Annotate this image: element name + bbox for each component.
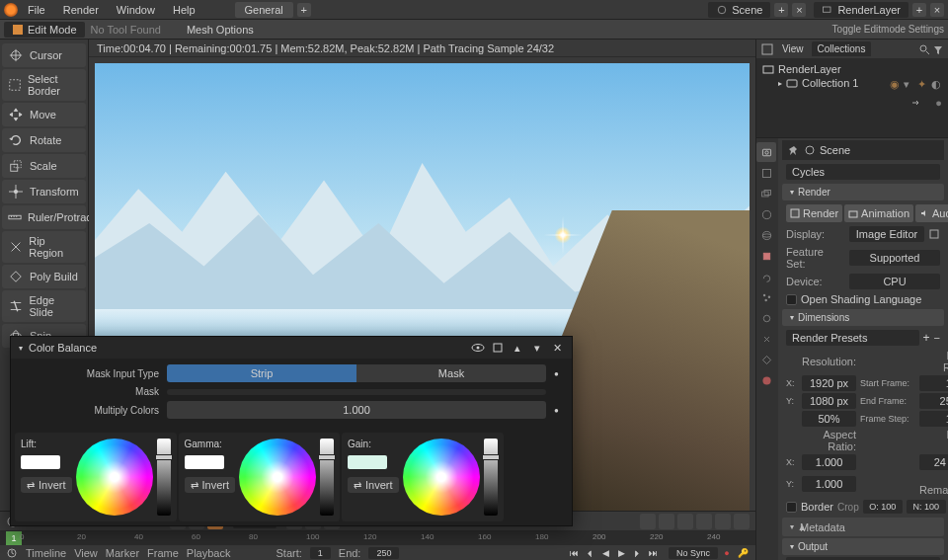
- outliner-tab-collections[interactable]: Collections: [812, 41, 872, 56]
- tree-renderlayer[interactable]: RenderLayer: [762, 62, 942, 76]
- eye-icon[interactable]: [471, 341, 485, 355]
- gamma-swatch[interactable]: [185, 455, 224, 469]
- gain-value-slider[interactable]: [484, 439, 498, 516]
- fps-field[interactable]: 24 fps: [919, 454, 948, 470]
- tl-marker[interactable]: Marker: [106, 547, 139, 559]
- jump-end-icon[interactable]: ⏭: [647, 546, 661, 560]
- arrow-icon[interactable]: [910, 98, 921, 109]
- mode-selector[interactable]: Edit Mode: [4, 22, 85, 38]
- aspect-y-field[interactable]: 1.000: [802, 476, 856, 492]
- section-dimensions[interactable]: Dimensions: [782, 309, 944, 326]
- lift-invert-button[interactable]: ⇄Invert: [21, 477, 72, 493]
- overlay-icon-4[interactable]: [696, 514, 712, 529]
- search-icon[interactable]: [918, 43, 930, 55]
- mask-selector[interactable]: [167, 389, 546, 395]
- prop-tab-viewlayer[interactable]: [756, 184, 776, 203]
- section-render[interactable]: Render: [782, 184, 944, 200]
- anim-dot-icon[interactable]: ●: [554, 406, 562, 415]
- workspace-add-button[interactable]: +: [297, 3, 311, 17]
- tl-frame[interactable]: Frame: [147, 547, 179, 559]
- pin-icon[interactable]: [788, 144, 800, 156]
- scene-add-button[interactable]: +: [774, 3, 788, 17]
- end-field[interactable]: 250: [368, 547, 399, 559]
- prop-tab-scene[interactable]: [756, 204, 776, 224]
- chevron-right-icon[interactable]: ▸: [778, 79, 782, 88]
- end-frame-field[interactable]: 250: [919, 393, 948, 409]
- osl-checkbox[interactable]: Open Shading Language: [782, 291, 944, 307]
- mask-type-strip[interactable]: Strip: [167, 364, 356, 382]
- multiply-field[interactable]: 1.000: [167, 401, 546, 419]
- device-selector[interactable]: CPU: [849, 274, 940, 289]
- holdout-icon[interactable]: ◐: [931, 78, 942, 89]
- prop-tab-particles[interactable]: [756, 287, 776, 307]
- render-presets[interactable]: Render Presets: [786, 330, 919, 346]
- animation-button[interactable]: Animation: [844, 204, 913, 222]
- mute-icon[interactable]: [491, 341, 505, 355]
- feature-selector[interactable]: Supported: [849, 250, 940, 266]
- renderlayer-add-button[interactable]: +: [912, 3, 926, 17]
- menu-window[interactable]: Window: [109, 2, 163, 18]
- tool-scale[interactable]: Scale: [2, 154, 86, 178]
- lift-value-slider[interactable]: [157, 439, 171, 516]
- overlay-icon-1[interactable]: [640, 514, 656, 529]
- outliner-editor-icon[interactable]: [760, 42, 774, 56]
- prop-tab-output[interactable]: [756, 163, 776, 183]
- selectable-icon[interactable]: ▾: [904, 78, 914, 89]
- tool-ruler[interactable]: Ruler/Protrac...: [2, 205, 86, 229]
- gamma-invert-button[interactable]: ⇄Invert: [185, 477, 236, 493]
- tl-timeline[interactable]: Timeline: [26, 547, 66, 559]
- gamma-value-slider[interactable]: [320, 439, 334, 516]
- prop-tab-material[interactable]: [756, 370, 776, 390]
- prop-tab-world[interactable]: [756, 225, 776, 245]
- scene-close-button[interactable]: ×: [792, 3, 806, 17]
- anim-dot-icon[interactable]: ●: [554, 369, 562, 378]
- play-icon[interactable]: ▶: [615, 546, 629, 560]
- prop-tab-render[interactable]: [756, 142, 776, 162]
- move-down-icon[interactable]: ▾: [530, 341, 544, 355]
- display-selector[interactable]: Image Editor: [849, 226, 924, 242]
- tool-transform[interactable]: Transform: [2, 180, 86, 203]
- toggle-editmode-settings[interactable]: Toggle Editmode Settings: [832, 24, 944, 35]
- prop-tab-data[interactable]: [756, 350, 776, 369]
- mesh-options-label[interactable]: Mesh Options: [187, 24, 254, 36]
- chevron-down-icon[interactable]: ▾: [19, 344, 23, 353]
- overlay-icon-6[interactable]: [734, 514, 750, 529]
- outliner-tab-view[interactable]: View: [776, 41, 810, 56]
- dot-icon[interactable]: ●: [935, 97, 942, 109]
- prop-tab-object[interactable]: [756, 246, 776, 266]
- sync-selector[interactable]: No Sync: [669, 547, 718, 559]
- tool-rotate[interactable]: Rotate: [2, 128, 86, 152]
- tool-cursor[interactable]: Cursor: [2, 43, 86, 67]
- prop-tab-modifier[interactable]: [756, 267, 776, 286]
- tool-rip-region[interactable]: Rip Region: [2, 231, 86, 263]
- res-x-field[interactable]: 1920 px: [802, 375, 856, 391]
- workspace-tab-general[interactable]: General: [235, 2, 293, 18]
- border-checkbox[interactable]: Border: [786, 501, 833, 513]
- close-icon[interactable]: ✕: [550, 341, 564, 355]
- jump-start-icon[interactable]: ⏮: [568, 546, 582, 560]
- lift-color-wheel[interactable]: [76, 439, 153, 516]
- aspect-x-field[interactable]: 1.000: [802, 454, 856, 470]
- render-vis-icon[interactable]: ✦: [917, 78, 928, 89]
- section-metadata[interactable]: ▸Metadata: [782, 518, 944, 536]
- keyframe-next-icon[interactable]: ⏵: [631, 546, 645, 560]
- prop-tab-physics[interactable]: [756, 308, 776, 328]
- res-pct-field[interactable]: 50%: [802, 411, 856, 427]
- filter-icon[interactable]: [932, 43, 944, 55]
- lift-swatch[interactable]: [21, 455, 60, 469]
- start-field[interactable]: 1: [310, 547, 331, 559]
- tl-playback[interactable]: Playback: [187, 547, 231, 559]
- menu-render[interactable]: Render: [55, 2, 107, 18]
- timeline-editor-icon[interactable]: [6, 547, 18, 559]
- overlay-icon-2[interactable]: [659, 514, 674, 529]
- res-y-field[interactable]: 1080 px: [802, 393, 856, 409]
- tool-poly-build[interactable]: Poly Build: [2, 265, 86, 288]
- keying-icon[interactable]: 🔑: [736, 546, 750, 560]
- tool-select-border[interactable]: Select Border: [2, 69, 86, 101]
- visibility-icon[interactable]: ◉: [890, 78, 901, 89]
- overlay-icon-5[interactable]: [715, 514, 731, 529]
- renderlayer-selector[interactable]: RenderLayer: [814, 2, 908, 18]
- menu-file[interactable]: File: [20, 2, 53, 18]
- gain-color-wheel[interactable]: [403, 439, 480, 516]
- remap-old-field[interactable]: O: 100: [863, 500, 903, 514]
